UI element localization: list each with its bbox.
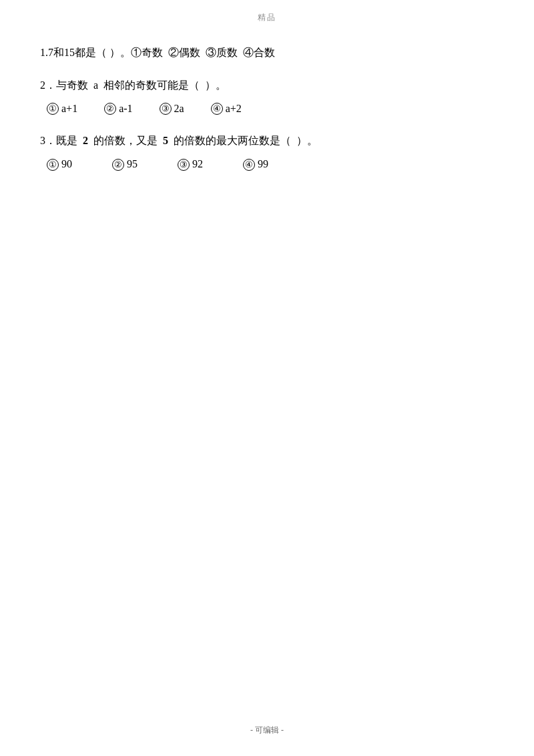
page-container: 精品 1.7和15都是（ ）。①奇数 ②偶数 ③质数 ④合数 2．与奇数 a 相… <box>0 0 534 756</box>
content-area: 1.7和15都是（ ）。①奇数 ②偶数 ③质数 ④合数 2．与奇数 a 相邻的奇… <box>40 23 494 174</box>
q3-circle-4: ④ <box>243 159 255 171</box>
question-1-text: 1.7和15都是（ ）。①奇数 ②偶数 ③质数 ④合数 <box>40 43 494 63</box>
q2-option-4: ④ a+2 <box>211 99 242 119</box>
watermark: 精品 <box>40 0 494 23</box>
q2-circle-3: ③ <box>160 103 172 115</box>
q3-option-2: ② 95 <box>112 155 138 174</box>
question-2-options: ① a+1 ② a-1 ③ 2a ④ a+2 <box>40 99 494 119</box>
question-3-options: ① 90 ② 95 ③ 92 ④ 99 <box>40 155 494 174</box>
q3-val-2: 95 <box>127 155 138 174</box>
question-3: 3．既是 2 的倍数，又是 5 的倍数的最大两位数是（ ）。 ① 90 ② 95… <box>40 131 494 174</box>
q2-option-2: ② a-1 <box>104 99 132 119</box>
q2-val-4: a+2 <box>226 99 242 119</box>
q3-val-1: 90 <box>61 155 72 174</box>
question-1: 1.7和15都是（ ）。①奇数 ②偶数 ③质数 ④合数 <box>40 43 494 63</box>
q3-circle-2: ② <box>112 159 124 171</box>
q2-circle-2: ② <box>104 103 116 115</box>
q2-circle-4: ④ <box>211 103 223 115</box>
q2-val-3: 2a <box>174 99 184 119</box>
q3-option-3: ③ 92 <box>178 155 203 174</box>
question-2: 2．与奇数 a 相邻的奇数可能是（ ）。 ① a+1 ② a-1 ③ 2a ④ <box>40 76 494 119</box>
q3-val-3: 92 <box>192 155 203 174</box>
q3-circle-1: ① <box>47 159 59 171</box>
q3-val-4: 99 <box>258 155 268 174</box>
q2-val-1: a+1 <box>61 99 77 119</box>
question-3-text: 3．既是 2 的倍数，又是 5 的倍数的最大两位数是（ ）。 <box>40 131 494 151</box>
q2-option-1: ① a+1 <box>47 99 77 119</box>
q3-circle-3: ③ <box>178 159 190 171</box>
footer-note: - 可编辑 - <box>0 725 534 736</box>
q3-option-4: ④ 99 <box>243 155 268 174</box>
q2-circle-1: ① <box>47 103 59 115</box>
question-2-text: 2．与奇数 a 相邻的奇数可能是（ ）。 <box>40 76 494 95</box>
q2-option-3: ③ 2a <box>160 99 184 119</box>
q3-option-1: ① 90 <box>47 155 72 174</box>
q2-val-2: a-1 <box>119 99 132 119</box>
